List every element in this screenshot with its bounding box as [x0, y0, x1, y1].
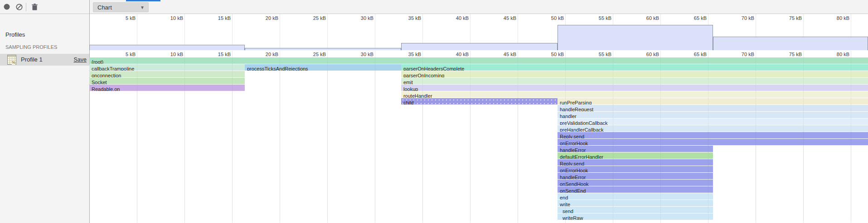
flame-frame[interactable]: emit — [401, 78, 868, 84]
flame-tick-label: 30 kB — [361, 52, 373, 57]
flame-frame[interactable]: parserOnHeadersComplete — [401, 64, 868, 71]
overview-gridline — [327, 14, 328, 50]
percent-glyph: % — [12, 61, 15, 65]
flame-gridline-over — [375, 57, 375, 220]
flame-frame[interactable]: onSendEnd — [558, 186, 713, 193]
flame-frame[interactable]: handler — [558, 112, 868, 118]
overview-segment[interactable] — [401, 43, 558, 50]
overview-segment[interactable] — [245, 48, 401, 50]
overview-segment[interactable] — [89, 45, 245, 50]
flame-frame[interactable]: routeHandler — [401, 91, 868, 98]
flame-tick-label: 10 kB — [170, 52, 183, 57]
save-profile-link[interactable]: Save — [74, 54, 87, 66]
overview-tick-label: 30 kB — [361, 15, 373, 21]
frame-label: onconnection — [89, 72, 121, 77]
delete-profile-button[interactable] — [30, 0, 39, 14]
overview-gridline — [375, 14, 375, 50]
frame-label: onErrorHook — [558, 140, 588, 145]
frame-label: parserOnHeadersComplete — [401, 66, 465, 71]
flame-tick-label: 20 kB — [266, 52, 278, 57]
frame-label: defaultErrorHandler — [558, 154, 603, 159]
flame-frame[interactable]: callbackTrampoline — [89, 64, 245, 71]
frame-label: processTicksAndRejections — [245, 66, 308, 71]
trash-icon — [32, 4, 38, 10]
flame-frame[interactable]: _send — [558, 207, 713, 213]
flame-frame[interactable]: Reply.send — [558, 132, 868, 138]
frame-label: onSendHook — [558, 181, 589, 186]
frame-label: onSendEnd — [558, 188, 586, 193]
flame-gridline-over — [280, 57, 280, 220]
overview-segment[interactable] — [558, 25, 713, 50]
frame-label: preHandlerCallback — [558, 127, 604, 132]
frame-label: handleError — [558, 147, 586, 152]
flame-frame[interactable]: defaultErrorHandler — [558, 152, 713, 159]
overview-tick-label: 60 kB — [646, 15, 659, 21]
flame-gridline-over — [232, 57, 233, 220]
flame-frame[interactable]: (root) — [89, 57, 868, 64]
flame-frame[interactable]: handleError — [558, 173, 713, 179]
flame-frame[interactable]: lookup — [401, 85, 868, 91]
overview-gridline — [280, 14, 280, 50]
flame-frame[interactable]: preHandlerCallback — [558, 125, 868, 132]
frame-label: Readable.on — [89, 86, 120, 91]
frame-label: (root) — [89, 59, 103, 64]
profile-name: Profile 1 — [21, 54, 43, 66]
flame-frame[interactable]: write_ — [558, 200, 713, 206]
flame-tick-label: 45 kB — [504, 52, 516, 57]
flame-tick-label: 25 kB — [313, 52, 326, 57]
clear-all-profiles-button[interactable] — [15, 0, 23, 14]
active-tab-indicator — [126, 0, 160, 1]
flame-frame[interactable]: onErrorHook — [558, 139, 868, 145]
flame-frame[interactable]: handleRequest — [558, 105, 868, 111]
flame-gridline-over — [470, 57, 470, 220]
block-icon — [16, 4, 23, 10]
frame-label: _writeRaw — [558, 215, 583, 220]
flame-frame[interactable]: end — [558, 193, 713, 199]
flame-frame[interactable]: Readable.on — [89, 85, 245, 91]
flame-frame[interactable]: runPreParsing — [558, 98, 868, 104]
overview-tick-label: 75 kB — [789, 15, 802, 21]
view-mode-select[interactable]: Chart ▼ — [93, 2, 149, 12]
flame-tick-label: 50 kB — [551, 52, 564, 57]
flame-frame[interactable]: onconnection — [89, 71, 245, 77]
overview-segment[interactable] — [713, 37, 868, 50]
sampling-profiles-section-header: SAMPLING PROFILES — [5, 44, 57, 50]
flame-tick-label: 35 kB — [408, 52, 421, 57]
flame-frame[interactable]: processTicksAndRejections — [245, 64, 401, 71]
frame-label: emit — [401, 79, 413, 84]
flame-gridline-over — [613, 57, 613, 220]
flame-frame[interactable]: _writeRaw — [558, 214, 713, 220]
flame-frame[interactable]: onErrorHook — [558, 166, 713, 172]
profiles-sidebar: Profiles SAMPLING PROFILES % Profile 1 S… — [0, 14, 89, 223]
frame-label: handleRequest — [558, 106, 593, 111]
flame-frame[interactable]: preValidationCallback — [558, 119, 868, 125]
frame-label: onErrorHook — [558, 167, 588, 172]
overview-tick-label: 55 kB — [599, 15, 611, 21]
frame-label: routeHandler — [401, 93, 432, 98]
flame-tick-label: 70 kB — [742, 52, 754, 57]
flame-frame[interactable]: Reply.send — [558, 159, 713, 166]
overview-tick-label: 10 kB — [170, 15, 183, 21]
frame-label: callbackTrampoline — [89, 66, 134, 71]
flame-tick-label: 75 kB — [789, 52, 802, 57]
flame-gridline-over — [660, 57, 661, 220]
frame-label: runPreParsing — [558, 100, 592, 104]
record-icon — [4, 4, 10, 10]
flame-tick-label: 55 kB — [599, 52, 611, 57]
flame-gridline-over — [803, 57, 804, 220]
profile-item[interactable]: % Profile 1 Save — [0, 54, 89, 66]
flame-tick-label: 65 kB — [694, 52, 707, 57]
flame-tick-label: 80 kB — [837, 52, 849, 57]
flame-frame[interactable]: Socket — [89, 78, 245, 84]
frame-label: Reply.send — [558, 133, 584, 138]
flame-frame[interactable]: onSendHook — [558, 180, 713, 186]
record-button[interactable] — [3, 0, 11, 14]
heap-profile-icon: % — [7, 55, 16, 65]
view-mode-value: Chart — [93, 4, 140, 11]
frame-label: child — [401, 100, 414, 104]
flame-tick-label: 40 kB — [456, 52, 469, 57]
flame-frame[interactable]: handleError — [558, 146, 713, 152]
flame-tick-label: 5 kB — [126, 52, 136, 57]
flame-frame[interactable]: child — [401, 98, 558, 104]
flame-frame[interactable]: parserOnIncoming — [401, 71, 868, 77]
